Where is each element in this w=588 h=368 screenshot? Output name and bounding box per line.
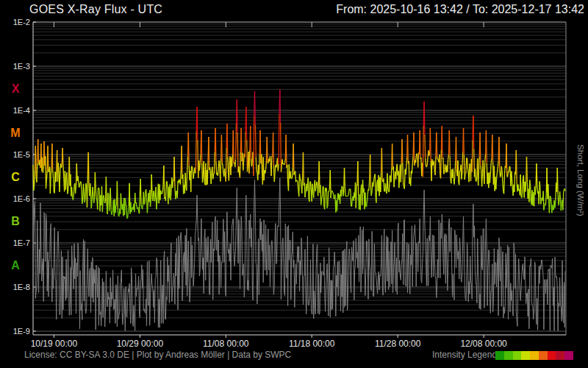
long-channel-segment: [204, 161, 204, 181]
long-channel-segment: [143, 192, 144, 205]
long-channel-segment: [74, 185, 74, 197]
long-channel-segment: [472, 140, 473, 171]
long-channel-segment: [365, 193, 366, 206]
long-channel-segment: [279, 114, 279, 164]
long-channel-segment: [560, 191, 561, 199]
long-channel-segment: [96, 198, 97, 200]
long-channel-segment: [221, 135, 222, 163]
long-channel-segment: [342, 186, 343, 187]
long-channel-segment: [384, 191, 385, 192]
long-channel-segment: [408, 135, 409, 163]
long-channel-segment: [118, 210, 118, 216]
long-channel-segment: [207, 161, 208, 185]
long-channel-segment: [240, 152, 241, 177]
long-channel-segment: [367, 202, 368, 207]
long-channel-segment: [154, 198, 155, 202]
long-channel-segment: [182, 146, 182, 179]
long-channel-segment: [216, 161, 217, 174]
long-channel-segment: [177, 181, 178, 198]
long-channel-segment: [95, 172, 96, 188]
class-letter-a: A: [11, 259, 20, 272]
long-channel-segment: [251, 163, 252, 166]
long-channel-segment: [117, 181, 118, 210]
long-channel-segment: [557, 168, 558, 195]
long-channel-segment: [491, 159, 492, 164]
xray-flux-chart: 10/19 00:0010/29 00:0011/08 00:0011/18 0…: [0, 0, 588, 368]
long-channel-segment: [414, 132, 415, 166]
long-channel-segment: [343, 192, 344, 197]
long-channel-segment: [412, 157, 413, 165]
long-channel-segment: [295, 171, 296, 183]
long-channel-segment: [53, 170, 54, 178]
long-channel-segment: [81, 182, 82, 190]
long-channel-segment: [305, 191, 306, 197]
long-channel-segment: [98, 188, 99, 190]
long-channel-segment: [330, 170, 331, 198]
long-channel-segment: [129, 207, 129, 212]
long-channel-segment: [52, 144, 53, 170]
long-channel-segment: [358, 161, 359, 194]
long-channel-segment: [192, 166, 193, 171]
long-channel-segment: [318, 185, 319, 196]
long-channel-segment: [248, 166, 248, 171]
long-channel-segment: [392, 144, 393, 169]
long-channel-segment: [417, 154, 417, 157]
long-channel-segment: [337, 195, 338, 210]
x-tick-label: 12/08 00:00: [460, 339, 507, 349]
long-channel-segment: [151, 199, 151, 207]
long-channel-segment: [256, 157, 257, 171]
long-channel-segment: [147, 205, 148, 213]
long-channel-segment: [102, 197, 103, 212]
long-channel-segment: [43, 166, 43, 173]
long-channel-segment: [132, 210, 132, 213]
long-channel-segment: [46, 170, 47, 180]
long-channel-segment: [200, 155, 201, 163]
long-channel-segment: [323, 186, 324, 207]
long-channel-segment: [492, 135, 493, 161]
long-channel-segment: [215, 128, 216, 161]
long-channel-segment: [462, 172, 462, 180]
long-channel-segment: [161, 191, 162, 194]
long-channel-segment: [143, 204, 143, 209]
long-channel-segment: [228, 157, 229, 173]
long-channel-segment: [555, 200, 556, 208]
long-channel-segment: [564, 188, 565, 191]
long-channel-segment: [35, 170, 35, 185]
long-channel-segment: [301, 180, 301, 187]
long-channel-segment: [445, 164, 446, 168]
long-channel-segment: [300, 179, 301, 180]
long-channel-segment: [308, 178, 309, 199]
y-tick-label: 1E-3: [13, 62, 30, 71]
long-channel-segment: [399, 177, 400, 188]
long-channel-segment: [373, 180, 374, 187]
long-channel-segment: [176, 192, 176, 199]
long-channel-segment: [243, 162, 244, 170]
long-channel-segment: [531, 185, 531, 201]
long-channel-segment: [404, 184, 404, 187]
long-channel-segment: [273, 132, 274, 166]
long-channel-segment: [478, 157, 479, 171]
x-tick-label: 11/08 00:00: [203, 339, 249, 349]
long-channel-segment: [49, 170, 49, 172]
long-channel-segment: [315, 186, 316, 191]
long-channel-segment: [136, 202, 137, 208]
long-channel-segment: [304, 152, 304, 185]
long-channel-segment: [466, 158, 467, 174]
long-channel-segment: [526, 181, 526, 191]
long-channel-segment: [76, 186, 76, 194]
long-channel-segment: [141, 204, 142, 208]
long-channel-segment: [352, 199, 353, 207]
long-channel-segment: [327, 206, 328, 208]
long-channel-segment: [293, 144, 294, 175]
long-channel-segment: [484, 163, 485, 184]
legend-swatch: [548, 351, 556, 360]
long-channel-segment: [85, 199, 85, 202]
intensity-legend-bar: [495, 351, 573, 360]
long-channel-segment: [46, 180, 47, 188]
long-channel-segment: [391, 168, 392, 183]
long-channel-segment: [481, 166, 481, 171]
long-channel-segment: [79, 185, 80, 188]
long-channel-segment: [550, 196, 551, 197]
long-channel-segment: [425, 135, 426, 158]
long-channel-segment: [270, 156, 270, 162]
